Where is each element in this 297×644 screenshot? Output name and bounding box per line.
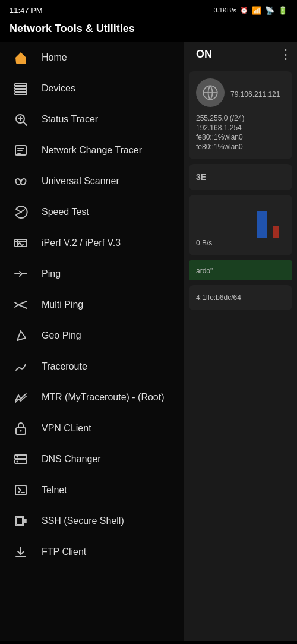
sidebar-label-mtr: MTR (MyTraceroute) - (Root): [42, 392, 165, 403]
svg-rect-0: [15, 84, 27, 86]
svg-point-12: [20, 180, 22, 182]
sidebar-label-universal-scanner: Universal Scanner: [42, 176, 119, 187]
alarm-icon: ⏰: [240, 7, 248, 14]
gateway: 192.168.1.254: [196, 124, 285, 132]
svg-line-21: [18, 301, 27, 305]
network-change-tracer-icon: [12, 143, 30, 157]
sidebar-item-speed-test[interactable]: Speed Test: [0, 197, 184, 228]
iperf-icon: [12, 236, 30, 250]
chart-bar-blue: [257, 211, 267, 238]
sidebar-item-telnet[interactable]: Telnet: [0, 475, 184, 506]
sidebar-item-ping[interactable]: Ping: [0, 258, 184, 289]
network-speed: 0.1KB/s: [213, 7, 236, 14]
sidebar-item-ssh[interactable]: SSH (Secure Shell): [0, 506, 184, 536]
sidebar-label-speed-test: Speed Test: [42, 207, 89, 217]
sidebar-item-multi-ping[interactable]: Multi Ping: [0, 289, 184, 320]
speed-test-icon: [12, 205, 30, 219]
name-text: ardo": [196, 267, 213, 275]
sidebar-label-ssh: SSH (Secure Shell): [42, 516, 124, 526]
sidebar-item-home[interactable]: Home: [0, 42, 184, 73]
sidebar-item-iperf[interactable]: iPerf V.2 / iPerf V.3: [0, 228, 184, 258]
sidebar-item-universal-scanner[interactable]: Universal Scanner: [0, 166, 184, 197]
multi-ping-icon: [12, 298, 30, 312]
speed-chart: [196, 202, 285, 238]
chart-card: 0 B/s: [189, 195, 292, 255]
svg-line-14: [21, 210, 24, 212]
ipv6-3: 4:1ffe:b6dc/64: [196, 293, 285, 302]
svg-line-22: [15, 305, 18, 307]
sidebar-item-status-tracer[interactable]: Status Tracer: [0, 104, 184, 135]
sidebar-label-geo-ping: Geo Ping: [42, 330, 81, 341]
universal-scanner-icon: [12, 174, 30, 188]
sidebar-item-vpn-client[interactable]: VPN CLient: [0, 413, 184, 444]
mtr-icon: [12, 390, 30, 405]
svg-point-32: [17, 461, 18, 463]
speed-label: 0 B/s: [196, 239, 285, 247]
home-icon: [12, 50, 30, 65]
sidebar-label-traceroute: Traceroute: [42, 361, 87, 372]
ip-address: 79.106.211.121: [230, 90, 280, 99]
sidebar-label-dns-changer: DNS Changer: [42, 454, 101, 465]
app-title: Network Tools & Utilities: [0, 18, 297, 42]
sidebar-label-home: Home: [42, 52, 67, 63]
sidebar: Home Devices: [0, 42, 184, 641]
wifi-icon: 📡: [265, 6, 274, 15]
svg-rect-1: [15, 87, 27, 89]
on-label: ON: [189, 45, 219, 64]
status-time: 11:47 PM: [10, 6, 43, 15]
svg-rect-3: [15, 93, 27, 94]
geo-ping-icon: [12, 329, 30, 343]
status-bar: 11:47 PM 0.1KB/s ⏰ 📶 📡 🔋: [0, 0, 297, 18]
sidebar-item-devices[interactable]: Devices: [0, 73, 184, 104]
sidebar-label-ftp-client: FTP Client: [42, 547, 86, 557]
svg-line-5: [24, 122, 27, 126]
sidebar-label-iperf: iPerf V.2 / iPerf V.3: [42, 238, 121, 248]
ipv6-1: fe80::1%wlan0: [196, 133, 285, 141]
network-card: 79.106.211.121 255.255.0 (/24) 192.168.1…: [189, 71, 292, 159]
app-title-text: Network Tools & Utilities: [10, 23, 135, 34]
sidebar-label-status-tracer: Status Tracer: [42, 114, 98, 125]
svg-line-25: [21, 331, 26, 338]
telnet-icon: [12, 483, 30, 497]
sidebar-item-traceroute[interactable]: Traceroute: [0, 351, 184, 382]
three-dots-menu[interactable]: ⋮: [279, 47, 292, 62]
sidebar-label-telnet: Telnet: [42, 485, 67, 495]
sidebar-label-network-change-tracer: Network Change Tracer: [42, 145, 142, 156]
ping-icon: [12, 267, 30, 281]
battery-icon: 🔋: [278, 6, 287, 15]
ipv6-extra-card: 4:1ffe:b6dc/64: [189, 285, 292, 310]
sidebar-label-devices: Devices: [42, 83, 75, 94]
ftp-client-icon: [12, 545, 30, 559]
ipv6-2: fe80::1%wlan0: [196, 143, 285, 151]
sidebar-item-mtr[interactable]: MTR (MyTraceroute) - (Root): [0, 382, 184, 413]
svg-rect-36: [17, 517, 23, 525]
ssh-icon: [12, 514, 30, 528]
svg-point-31: [17, 456, 18, 458]
sidebar-item-network-change-tracer[interactable]: Network Change Tracer: [0, 135, 184, 166]
traceroute-icon: [12, 359, 30, 374]
chart-bar-red: [273, 226, 279, 238]
bs-card: 3E: [189, 164, 292, 190]
svg-line-23: [18, 305, 27, 308]
devices-icon: [12, 81, 30, 96]
status-tracer-icon: [12, 112, 30, 127]
name-banner: ardo": [189, 260, 292, 280]
sidebar-item-geo-ping[interactable]: Geo Ping: [0, 320, 184, 351]
sidebar-item-dns-changer[interactable]: DNS Changer: [0, 444, 184, 475]
status-right: 0.1KB/s ⏰ 📶 📡 🔋: [213, 6, 287, 15]
main-layout: Home Devices: [0, 42, 297, 641]
sidebar-label-ping: Ping: [42, 269, 61, 279]
network-globe-icon: [196, 78, 225, 107]
sidebar-label-multi-ping: Multi Ping: [42, 299, 83, 310]
svg-rect-2: [15, 90, 27, 91]
sidebar-item-ftp-client[interactable]: FTP Client: [0, 536, 184, 567]
sidebar-label-vpn-client: VPN CLient: [42, 423, 91, 434]
bs-label: 3E: [196, 172, 285, 182]
svg-point-28: [20, 430, 22, 432]
vpn-client-icon: [12, 421, 30, 435]
subnet-mask: 255.255.0 (/24): [196, 114, 285, 122]
right-panel: ON ⋮ 79.106.211.121 255.255.0 (/24) 192.…: [184, 42, 297, 641]
signal-icon: 📶: [252, 6, 261, 15]
dns-changer-icon: [12, 452, 30, 466]
